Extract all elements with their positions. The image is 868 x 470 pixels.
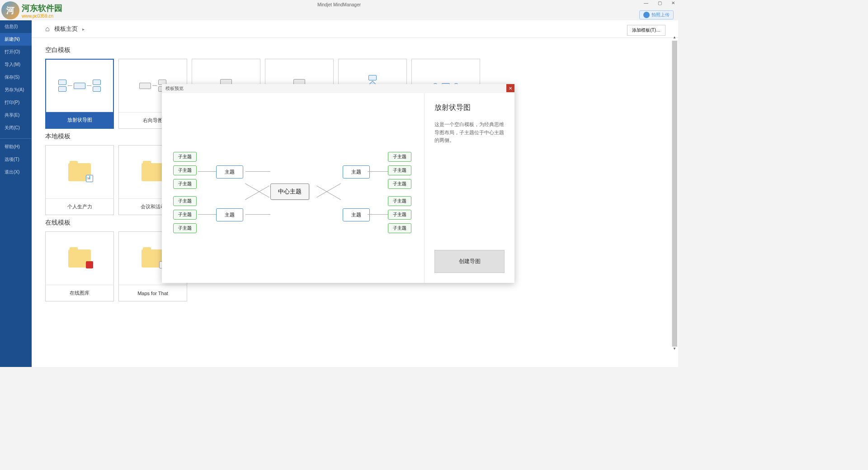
maximize-button[interactable]: ▢ bbox=[657, 0, 662, 5]
chevron-right-icon: ▸ bbox=[82, 27, 85, 32]
window-title: Mindjet MindManager bbox=[317, 2, 361, 7]
center-node: 中心主题 bbox=[270, 183, 309, 200]
watermark-icon: 河 bbox=[1, 1, 19, 19]
topic-node: 主题 bbox=[343, 165, 370, 179]
sidebar-item-save[interactable]: 保存(S) bbox=[0, 71, 32, 84]
mindmap-preview: 中心主题 主题 主题 主题 主题 子主题 子主题 子主题 子主题 子主题 子主题… bbox=[171, 120, 415, 256]
sidebar-item-exit[interactable]: 退出(X) bbox=[0, 166, 32, 179]
sidebar-item-close[interactable]: 关闭(C) bbox=[0, 122, 32, 134]
template-preview-dialog: 模板预览 ✕ 中心主题 主题 主题 主题 主题 子主题 子主题 子主题 子主题 … bbox=[162, 84, 514, 283]
flag-icon bbox=[86, 261, 93, 268]
topic-node: 主题 bbox=[216, 208, 243, 221]
watermark-name: 河东软件园 bbox=[22, 3, 62, 14]
create-map-button[interactable]: 创建导图 bbox=[434, 250, 505, 273]
watermark-logo: 河 河东软件园 www.pc0359.cn bbox=[1, 1, 62, 19]
sidebar-item-options[interactable]: 选项(T) bbox=[0, 153, 32, 166]
upload-button[interactable]: 拍照上传 bbox=[639, 10, 674, 19]
sidebar-item-saveas[interactable]: 另存为(A) bbox=[0, 84, 32, 96]
sidebar-item-help[interactable]: 帮助(H) bbox=[0, 141, 32, 153]
topic-node: 主题 bbox=[216, 165, 243, 179]
upload-label: 拍照上传 bbox=[651, 12, 670, 18]
sub-node: 子主题 bbox=[173, 179, 197, 189]
template-label: 个人生产力 bbox=[46, 198, 113, 215]
modal-side-panel: 放射状导图 这是一个空白模板，为经典思维导图布局，子主题位于中心主题的两侧。 创… bbox=[425, 93, 514, 283]
section-blank-title: 空白模板 bbox=[45, 46, 665, 54]
sub-node: 子主题 bbox=[388, 196, 411, 206]
topic-node: 主题 bbox=[343, 208, 370, 221]
sidebar-item-new[interactable]: 新建(N) bbox=[0, 33, 32, 46]
sub-node: 子主题 bbox=[388, 223, 411, 233]
template-radial-map[interactable]: 放射状导图 bbox=[45, 59, 114, 129]
cloud-icon bbox=[643, 12, 650, 18]
modal-preview-area: 中心主题 主题 主题 主题 主题 子主题 子主题 子主题 子主题 子主题 子主题… bbox=[162, 93, 425, 283]
template-online-gallery[interactable]: 在线图库 bbox=[45, 231, 114, 301]
sidebar-item-share[interactable]: 共享(E) bbox=[0, 109, 32, 122]
sub-node: 子主题 bbox=[173, 223, 197, 233]
sub-node: 子主题 bbox=[388, 179, 411, 189]
template-label: 在线图库 bbox=[46, 285, 113, 301]
modal-title: 模板预览 bbox=[165, 85, 184, 92]
breadcrumb-label[interactable]: 模板主页 bbox=[54, 25, 78, 33]
sub-node: 子主题 bbox=[388, 210, 411, 220]
sidebar-item-print[interactable]: 打印(P) bbox=[0, 96, 32, 109]
modal-close-button[interactable]: ✕ bbox=[506, 84, 514, 92]
sidebar-item-import[interactable]: 导入(M) bbox=[0, 58, 32, 71]
minimize-button[interactable]: — bbox=[643, 0, 649, 5]
modal-side-description: 这是一个空白模板，为经典思维导图布局，子主题位于中心主题的两侧。 bbox=[434, 121, 505, 250]
modal-header: 模板预览 ✕ bbox=[162, 84, 514, 93]
template-productivity[interactable]: 📊 个人生产力 bbox=[45, 145, 114, 215]
sub-node: 子主题 bbox=[173, 196, 197, 206]
header-strip: 拍照上传 bbox=[0, 9, 678, 20]
sidebar-item-open[interactable]: 打开(O) bbox=[0, 46, 32, 58]
sidebar: 信息(I) 新建(N) 打开(O) 导入(M) 保存(S) 另存为(A) 打印(… bbox=[0, 20, 32, 367]
breadcrumb: ⌂ 模板主页 ▸ bbox=[32, 20, 678, 38]
sub-node: 子主题 bbox=[388, 152, 411, 162]
chart-icon: 📊 bbox=[86, 175, 93, 182]
add-template-button[interactable]: 添加模板(T)… bbox=[627, 25, 665, 36]
close-button[interactable]: ✕ bbox=[670, 0, 676, 5]
watermark-url: www.pc0359.cn bbox=[22, 14, 62, 19]
template-label: 放射状导图 bbox=[46, 112, 113, 128]
sub-node: 子主题 bbox=[173, 152, 197, 162]
sidebar-item-info[interactable]: 信息(I) bbox=[0, 20, 32, 33]
template-label: Maps for That bbox=[119, 285, 187, 301]
sub-node: 子主题 bbox=[173, 210, 197, 220]
title-bar: Mindjet MindManager — ▢ ✕ bbox=[0, 0, 678, 9]
window-controls: — ▢ ✕ bbox=[643, 0, 676, 5]
home-icon[interactable]: ⌂ bbox=[45, 25, 50, 33]
sub-node: 子主题 bbox=[388, 165, 411, 175]
modal-side-title: 放射状导图 bbox=[434, 103, 505, 113]
sub-node: 子主题 bbox=[173, 165, 197, 175]
